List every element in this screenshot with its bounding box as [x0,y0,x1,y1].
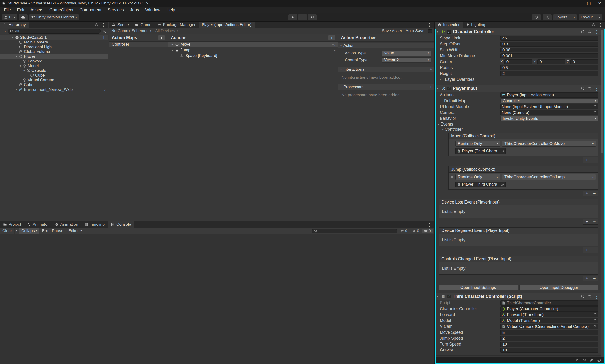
console-log-area[interactable] [0,234,434,364]
status-check-icon[interactable] [597,358,601,362]
ui-input-module-object-field[interactable]: None (Input System UI Input Module) [500,104,598,109]
foldout-closed-icon[interactable]: ▸ [440,78,444,81]
event-mode-dropdown[interactable]: Runtime Only▾ [455,141,500,146]
undo-history-button[interactable] [532,14,541,20]
event-method-dropdown[interactable]: ThirdCharacterController.OnMove▾ [502,141,596,146]
component-enabled-checkbox[interactable]: ✓ [447,295,451,298]
tab-package-manager[interactable]: Package Manager [154,22,199,28]
tab-inspector[interactable]: Inspector [435,22,463,28]
error-pause-button[interactable]: Error Pause [39,228,66,234]
auto-save-toggle[interactable] [428,29,432,33]
skin-width-input[interactable]: 0.08 [500,48,598,52]
kebab-icon[interactable]: ⋮ [595,29,599,34]
interactions-section-header[interactable]: ▾Interactions+ [338,67,434,72]
add-event-button[interactable]: + [583,157,591,163]
collab-muted-icon[interactable] [582,358,586,362]
hierarchy-item-model[interactable]: ▾Model [0,64,108,68]
control-type-dropdown[interactable]: Vector 2▾ [382,57,431,63]
layout-dropdown[interactable]: Layout▾ [579,14,602,20]
actions-object-field[interactable]: Player (Input Action Asset) [500,92,598,98]
add-action-map-button[interactable]: + [158,35,165,40]
min-move-distance-input[interactable]: 0.001 [500,53,598,58]
event-target-object-field[interactable]: #Player (Third Chara [455,182,505,187]
default-map-dropdown[interactable]: Controller▾ [500,98,598,104]
version-control-button[interactable]: Unity Version Control ▾ [29,14,79,20]
tab-lighting[interactable]: Lighting [463,22,489,28]
add-event-button[interactable]: + [583,219,591,224]
help-icon[interactable]: ? [581,295,585,298]
hierarchy-item-player[interactable]: ▾Player [0,54,108,59]
kebab-icon[interactable]: ⋮ [427,222,432,227]
hierarchy-item-studycase1-1[interactable]: ▾StudyCase1-1⋮ [0,35,108,40]
menu-assets[interactable]: Assets [27,8,46,13]
remove-event-button[interactable]: − [591,219,598,224]
add-processor-button[interactable]: + [429,85,432,90]
add-action-button[interactable]: + [329,35,335,40]
tab-player-input-actions-editor[interactable]: Player (Input Actions Editor) [198,22,255,28]
play-button[interactable] [288,14,297,20]
event-method-dropdown[interactable]: ThirdCharacterController.OnJump▾ [502,174,596,180]
foldout-open-icon[interactable]: ▾ [437,295,439,298]
tab-hierarchy[interactable]: Hierarchy [0,22,29,28]
remove-event-button[interactable]: − [591,157,598,163]
action-section-header[interactable]: ▾Action [338,43,434,49]
hierarchy-search-input[interactable]: All [8,29,101,34]
turn-speed-input[interactable]: 10 [500,342,598,347]
hierarchy-item-cube[interactable]: Cube [0,82,108,87]
hierarchy-item-cube[interactable]: Cube [0,73,108,78]
jump-speed-input[interactable]: 2 [500,336,598,341]
account-button[interactable]: G ▾ [2,14,17,20]
center-x-input[interactable]: 0 [504,59,532,64]
lock-icon[interactable] [592,23,595,27]
hierarchy-item-main-camera[interactable]: Main Camera [0,40,108,45]
inspector-scrollbar[interactable] [601,29,604,357]
object-picker-icon[interactable] [593,93,597,97]
search-button[interactable] [543,14,552,20]
kebab-icon[interactable]: ⋮ [598,23,603,27]
add-binding-button[interactable]: +▾ [332,42,335,47]
object-picker-icon[interactable] [500,182,504,186]
action-type-dropdown[interactable]: Value▾ [382,51,431,56]
action-move[interactable]: ▸ Move +▾ [168,42,338,47]
tab-console[interactable]: Console [108,221,134,228]
step-offset-input[interactable]: 0.3 [500,42,598,47]
clear-dropdown-caret[interactable]: ▾ [15,228,19,234]
add-event-button[interactable]: + [583,191,591,196]
tab-animator[interactable]: Animator [24,221,52,228]
character-controller-object-field[interactable]: Player (Character Controller) [500,306,598,312]
foldout-open-icon[interactable]: ▾ [437,87,439,90]
help-icon[interactable]: ? [581,87,585,90]
object-picker-icon[interactable] [593,105,597,109]
remove-event-button[interactable]: − [591,191,598,196]
warning-count-badge[interactable]: 0 [410,229,421,233]
event-target-object-field[interactable]: #Player (Third Chara [455,148,505,154]
preset-icon[interactable] [588,87,592,90]
tab-timeline[interactable]: Timeline [81,221,108,228]
remove-event-button[interactable]: − [591,276,598,281]
tab-game[interactable]: Game [132,22,154,28]
foldout-open-icon[interactable]: ▾ [18,64,22,68]
info-count-badge[interactable]: 0 [399,229,409,233]
forward-object-field[interactable]: Forward (Transform) [500,312,598,317]
model-object-field[interactable]: Model (Transform) [500,318,598,323]
slope-limit-input[interactable]: 45 [500,36,598,41]
menu-jobs[interactable]: Jobs [127,8,142,13]
prefab-open-chevron-icon[interactable]: › [104,88,106,92]
remove-event-button[interactable]: − [591,247,598,253]
menu-window[interactable]: Window [142,8,163,13]
drag-handle-icon[interactable]: = [451,142,454,146]
preset-icon[interactable] [588,30,592,34]
editor-dropdown[interactable]: Editor▾ [66,228,84,234]
tab-scene[interactable]: Scene [109,22,132,28]
menu-help[interactable]: Help [163,8,178,13]
maximize-button[interactable]: ▢ [583,0,594,7]
events-foldout[interactable]: ▾Events [435,121,605,127]
foldout-open-icon[interactable]: ▾ [437,30,439,33]
add-event-button[interactable]: + [583,247,591,253]
object-picker-icon[interactable] [593,325,597,328]
open-input-settings-button[interactable]: Open Input Settings [439,285,518,290]
add-binding-button[interactable]: +▾ [332,48,335,53]
object-picker-icon[interactable] [593,319,597,323]
kebab-icon[interactable]: ⋮ [595,294,599,299]
hierarchy-item-virtual-camera[interactable]: Virtual Camera [0,78,108,82]
